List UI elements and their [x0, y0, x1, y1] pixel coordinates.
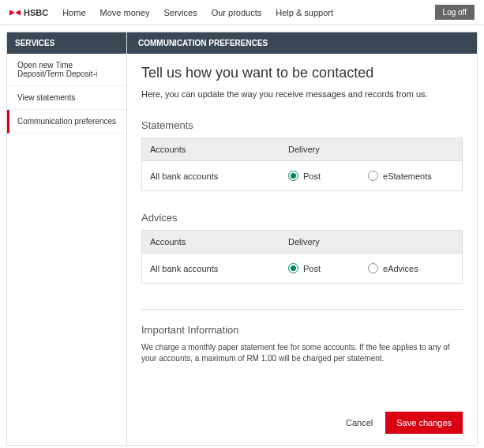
radio-icon [368, 263, 378, 273]
page-body: SERVICES Open new Time Deposit/Term Depo… [0, 25, 484, 448]
divider [141, 309, 463, 310]
sidebar-item-communication-preferences[interactable]: Communication preferences [7, 110, 126, 134]
advices-col-accounts: Accounts [142, 231, 280, 253]
nav-our-products[interactable]: Our products [212, 8, 262, 17]
radio-icon [368, 171, 378, 181]
primary-nav: Home Move money Services Our products He… [62, 8, 333, 17]
sidebar-item-view-statements[interactable]: View statements [7, 86, 126, 110]
brand-text: HSBC [24, 8, 48, 17]
advices-col-delivery: Delivery [280, 231, 462, 253]
brand-logo[interactable]: HSBC [9, 7, 48, 18]
statements-col-delivery: Delivery [280, 138, 462, 160]
page-title: Tell us how you want to be contacted [141, 65, 463, 81]
top-nav: HSBC Home Move money Services Our produc… [0, 0, 484, 25]
advices-option-post-label: Post [303, 264, 321, 273]
statements-table-head: Accounts Delivery [142, 138, 462, 161]
advices-row: All bank accounts Post eAdvices [142, 254, 462, 283]
statements-col-accounts: Accounts [142, 138, 280, 160]
advices-row-label: All bank accounts [142, 254, 280, 283]
advices-table: Accounts Delivery All bank accounts Post [141, 230, 463, 284]
sidebar-header: SERVICES [7, 32, 126, 54]
advices-delivery-options: Post eAdvices [280, 254, 462, 283]
main-panel: COMMUNICATION PREFERENCES Tell us how yo… [127, 32, 477, 445]
logoff-button[interactable]: Log off [435, 5, 475, 20]
nav-move-money[interactable]: Move money [100, 8, 150, 17]
important-text: We charge a monthly paper statement fee … [141, 342, 463, 364]
nav-services[interactable]: Services [164, 8, 197, 17]
statements-option-post[interactable]: Post [288, 171, 321, 181]
advices-table-head: Accounts Delivery [142, 231, 462, 254]
important-title: Important Information [141, 324, 463, 336]
save-button[interactable]: Save changes [385, 412, 463, 434]
content-layout: SERVICES Open new Time Deposit/Term Depo… [6, 32, 478, 446]
main-content: Tell us how you want to be contacted Her… [127, 54, 477, 445]
sidebar-item-open-deposit[interactable]: Open new Time Deposit/Term Deposit-i [7, 54, 126, 86]
advices-option-eadvices[interactable]: eAdvices [368, 263, 418, 273]
statements-row: All bank accounts Post eStatements [142, 161, 462, 190]
top-nav-left: HSBC Home Move money Services Our produc… [9, 7, 333, 18]
sidebar: SERVICES Open new Time Deposit/Term Depo… [7, 32, 127, 445]
advices-radio-group: Post eAdvices [288, 263, 454, 273]
action-bar: Cancel Save changes [141, 380, 463, 434]
statements-option-post-label: Post [303, 171, 321, 181]
statements-row-label: All bank accounts [142, 162, 280, 190]
radio-icon [288, 171, 298, 181]
nav-home[interactable]: Home [62, 8, 85, 17]
intro-text: Here, you can update the way you receive… [141, 89, 463, 99]
main-header: COMMUNICATION PREFERENCES [127, 32, 477, 54]
cancel-button[interactable]: Cancel [346, 418, 373, 427]
advices-title: Advices [141, 212, 463, 224]
hsbc-hexagon-icon [9, 7, 21, 18]
statements-radio-group: Post eStatements [288, 171, 454, 181]
statements-title: Statements [141, 119, 463, 131]
statements-option-estatements[interactable]: eStatements [368, 171, 432, 181]
statements-table: Accounts Delivery All bank accounts Post [141, 137, 463, 191]
nav-help-support[interactable]: Help & support [276, 8, 333, 17]
advices-option-eadvices-label: eAdvices [383, 264, 418, 273]
statements-option-estatements-label: eStatements [383, 171, 432, 181]
radio-icon [288, 263, 298, 273]
advices-option-post[interactable]: Post [288, 263, 321, 273]
statements-delivery-options: Post eStatements [280, 161, 462, 190]
